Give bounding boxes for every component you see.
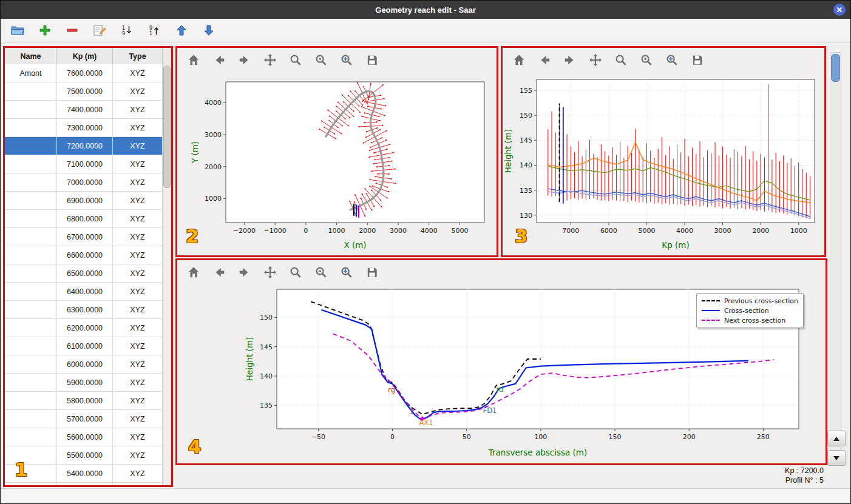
table-row[interactable]: 5500.0000XYZ <box>5 446 163 465</box>
previous-profile-button[interactable] <box>827 431 846 446</box>
table-row[interactable]: 6200.0000XYZ <box>5 319 163 337</box>
main-scrollbar-thumb[interactable] <box>831 54 840 82</box>
table-scrollbar-thumb[interactable] <box>163 66 171 188</box>
svg-text:Height (m): Height (m) <box>245 337 254 381</box>
table-cell: 6500.0000 <box>57 264 113 282</box>
pan-button[interactable] <box>262 52 278 68</box>
forward-icon <box>238 266 251 279</box>
table-row[interactable]: Amont7600.0000XYZ <box>5 64 163 82</box>
move-down-button[interactable] <box>199 21 219 39</box>
home-button[interactable] <box>186 264 202 280</box>
table-row[interactable]: 6900.0000XYZ <box>5 192 163 210</box>
svg-text:140: 140 <box>260 372 273 380</box>
add-profile-button[interactable] <box>35 21 55 39</box>
svg-text:130: 130 <box>520 212 532 220</box>
svg-text:150: 150 <box>520 112 532 119</box>
cross-plot-toolbar <box>177 260 826 284</box>
main-scrollbar[interactable] <box>830 52 841 462</box>
remove-profile-button[interactable] <box>63 21 82 39</box>
svg-text:1000: 1000 <box>790 227 807 235</box>
pan-button[interactable] <box>262 264 278 280</box>
table-row[interactable]: 5300.0000XYZ <box>5 483 163 485</box>
save-button[interactable] <box>364 52 380 68</box>
svg-text:4000: 4000 <box>421 227 438 235</box>
zoom-button[interactable] <box>288 264 303 280</box>
zoom-extent-button[interactable] <box>339 52 354 68</box>
pan-icon <box>589 53 602 67</box>
table-row[interactable]: 7400.0000XYZ <box>5 101 163 119</box>
table-row[interactable]: 6100.0000XYZ <box>5 337 163 355</box>
sort-ascending-button[interactable]: 1 9 <box>117 21 137 39</box>
plan-view-panel: −2000−1000010002000300040005000100020003… <box>175 46 498 257</box>
table-row[interactable]: 5800.0000XYZ <box>5 392 163 410</box>
table-row[interactable]: 6500.0000XYZ <box>5 264 163 283</box>
legend-line-sample <box>702 320 720 321</box>
back-button[interactable] <box>211 264 227 280</box>
table-row[interactable]: 6800.0000XYZ <box>5 210 163 228</box>
content-area: Name Kp (m) Type Amont7600.0000XYZ7500.0… <box>1 42 850 488</box>
forward-button[interactable] <box>237 264 253 280</box>
table-row[interactable]: 7500.0000XYZ <box>5 82 163 101</box>
home-button[interactable] <box>186 52 202 68</box>
table-row[interactable]: 7200.0000XYZ <box>5 137 163 155</box>
table-cell: 6800.0000 <box>57 210 113 227</box>
table-cell <box>5 301 57 318</box>
zoom-extent-icon <box>340 266 353 279</box>
table-row[interactable]: 7100.0000XYZ <box>5 155 163 173</box>
table-cell <box>5 283 57 300</box>
svg-text:−50: −50 <box>311 433 325 441</box>
home-icon <box>512 53 526 67</box>
forward-button[interactable] <box>237 52 253 68</box>
zoom-original-button[interactable] <box>639 52 654 68</box>
svg-text:1: 1 <box>409 407 413 415</box>
table-row[interactable]: 5700.0000XYZ <box>5 410 163 428</box>
table-cell <box>5 465 57 482</box>
save-button[interactable] <box>690 52 705 68</box>
forward-button[interactable] <box>562 52 578 68</box>
svg-text:150: 150 <box>609 433 622 441</box>
long-profile-panel: 7000600050004000300020001000130135140145… <box>501 46 826 257</box>
svg-text:0: 0 <box>390 433 395 441</box>
zoom-button[interactable] <box>613 52 629 68</box>
table-row[interactable]: 6300.0000XYZ <box>5 301 163 319</box>
table-cell <box>5 155 57 173</box>
column-header-kp: Kp (m) <box>57 48 113 64</box>
table-row[interactable]: 5400.0000XYZ <box>5 465 163 483</box>
zoom-extent-button[interactable] <box>664 52 680 68</box>
table-cell: XYZ <box>113 246 163 264</box>
table-cell <box>5 410 57 428</box>
legend-label: Previous cross-section <box>724 297 798 305</box>
back-button[interactable] <box>537 52 552 68</box>
close-icon <box>836 6 843 13</box>
svg-text:AX1: AX1 <box>419 418 433 427</box>
table-row[interactable]: 6400.0000XYZ <box>5 283 163 301</box>
table-row[interactable]: 5600.0000XYZ <box>5 428 163 446</box>
zoom-button[interactable] <box>288 52 303 68</box>
zoom-extent-button[interactable] <box>339 264 354 280</box>
move-up-button[interactable] <box>172 21 191 39</box>
back-button[interactable] <box>211 52 227 68</box>
close-button[interactable] <box>833 4 846 16</box>
sort-descending-button[interactable]: 9 1 <box>144 21 164 39</box>
edit-profile-button[interactable] <box>90 21 109 39</box>
save-button[interactable] <box>364 264 380 280</box>
next-profile-button[interactable] <box>827 450 846 466</box>
table-row[interactable]: 5900.0000XYZ <box>5 374 163 392</box>
home-button[interactable] <box>511 52 527 68</box>
svg-text:155: 155 <box>520 87 532 95</box>
table-scrollbar[interactable] <box>162 64 171 485</box>
table-row[interactable]: 6700.0000XYZ <box>5 228 163 246</box>
table-row[interactable]: 7300.0000XYZ <box>5 119 163 137</box>
table-cell <box>5 137 57 155</box>
table-row[interactable]: 6000.0000XYZ <box>5 355 163 374</box>
table-cell: 5800.0000 <box>57 392 113 409</box>
table-row[interactable]: 6600.0000XYZ <box>5 246 163 264</box>
pan-button[interactable] <box>588 52 603 68</box>
table-row[interactable]: 7000.0000XYZ <box>5 173 163 192</box>
home-icon <box>187 53 200 67</box>
open-folder-button[interactable] <box>8 21 27 39</box>
zoom-original-button[interactable] <box>313 52 329 68</box>
long-profile-chart: 7000600050004000300020001000130135140145… <box>503 72 824 254</box>
cross-section-panel: −50050100150200250135140145150Transverse… <box>175 258 827 465</box>
zoom-original-button[interactable] <box>313 264 329 280</box>
